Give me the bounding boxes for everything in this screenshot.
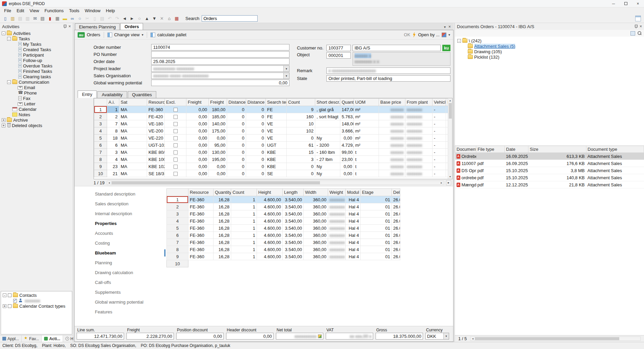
bluebeam-grid-row[interactable]: 4 FE-360 16,28 1 4.600,00 3.540,00 360,0… <box>167 218 400 225</box>
column-header[interactable]: Document type <box>586 146 644 153</box>
tree-item[interactable]: Phone <box>0 90 73 96</box>
highlighter-icon[interactable]: ▬ <box>61 15 68 22</box>
column-header[interactable]: Size <box>528 146 586 153</box>
sort-desc-icon[interactable]: ▼ <box>151 15 158 22</box>
tree-toggle-icon[interactable]: - <box>3 293 6 297</box>
menu-item[interactable]: Help <box>103 8 118 13</box>
save-icon[interactable]: ▤ <box>17 15 24 22</box>
total-value-field[interactable]: 12.471.730,00 ▾ <box>77 333 124 340</box>
home-icon[interactable]: ⌂ <box>166 15 173 22</box>
form-input[interactable]: ▾ <box>151 51 289 58</box>
column-header[interactable]: Weight <box>328 189 346 196</box>
hscrollbar-thumb[interactable] <box>475 337 619 340</box>
entry-tab[interactable]: Quantities <box>128 91 157 98</box>
cut-icon[interactable]: ✂ <box>84 15 91 22</box>
tree-item[interactable]: Calendar <box>0 106 73 112</box>
row-number-cell[interactable]: 7 <box>167 239 188 246</box>
column-header[interactable]: Count <box>287 99 315 106</box>
tree-item[interactable]: Letter <box>0 101 73 106</box>
scroll-right-button[interactable]: ► <box>439 181 444 185</box>
bluebeam-grid-row[interactable]: 8 FE-360 16,28 1 4.600,00 3.540,00 360,0… <box>167 246 400 253</box>
menu-item[interactable]: File <box>1 8 14 13</box>
section-nav-item[interactable]: Internal description <box>95 209 166 219</box>
scroll-left-button[interactable]: ◄ <box>470 337 475 341</box>
customer-badge[interactable]: ku <box>442 45 450 51</box>
tree-item[interactable]: Overdue Tasks <box>0 63 73 68</box>
entry-grid-row[interactable]: 8 4 MA KBE 100/40 0,00 195,00 0 0 KBE <box>94 156 453 163</box>
column-header[interactable]: Excl. <box>165 99 186 106</box>
tree-toggle-icon[interactable]: + <box>2 124 5 127</box>
horizontal-scrollbar[interactable]: ◄ ► <box>107 181 444 185</box>
row-number-cell[interactable]: 6 <box>94 142 107 149</box>
section-nav-item[interactable]: Sales description <box>95 199 166 209</box>
calculate-pallet-icon[interactable] <box>150 33 155 37</box>
cancel-icon[interactable]: ✕ <box>158 15 165 22</box>
entry-grid-row[interactable]: 1 1 MA FE-360 0,00 180,00 0 0 FE <box>94 106 453 113</box>
close-tab-icon[interactable]: × <box>448 25 451 29</box>
section-nav-item[interactable]: Standard description <box>95 189 166 199</box>
row-number-cell[interactable]: 9 <box>94 163 107 170</box>
bookmark-icon[interactable]: ▮ <box>46 15 54 22</box>
sort-asc-icon[interactable]: ▲ <box>143 15 150 22</box>
tree-toggle-icon[interactable]: - <box>457 39 461 43</box>
next-page-button[interactable]: ► <box>446 180 451 185</box>
entry-tab[interactable]: Entry <box>78 90 97 98</box>
bluebeam-grid-row[interactable]: 2 FE-360 16,28 1 4.600,00 3.540,00 360,0… <box>167 203 400 210</box>
calendar-icon[interactable]: ▦ <box>173 15 180 22</box>
state-field[interactable]: Order printed, Part-bill of loading <box>326 75 450 82</box>
entry-grid-row[interactable]: 2 2 MA FE-420 0,00 185,00 0 0 FE <box>94 113 453 120</box>
section-nav-item[interactable]: Features <box>95 307 166 317</box>
row-number-cell[interactable]: 4 <box>94 127 107 135</box>
document-row[interactable]: DS Opmåling 19 08 2025 pdf 15.10.2025 3,… <box>455 167 644 174</box>
minimize-button[interactable]: ─ <box>607 0 620 7</box>
entry-tab[interactable]: Availability <box>97 91 127 98</box>
form-input[interactable]: xxxxxxx xxxxx xxxxxxxxxxxx ▾ <box>151 73 289 79</box>
form-input[interactable]: 1100074 ▾ <box>151 44 289 50</box>
print-icon[interactable]: ▤ <box>39 15 46 22</box>
contact-tree-item[interactable]: - Contacts <box>1 292 72 298</box>
tree-item[interactable]: Fax <box>0 96 73 101</box>
exclusive-checkbox[interactable] <box>174 136 178 140</box>
exclusive-checkbox[interactable] <box>174 165 178 169</box>
left-panel-tab[interactable]: Acti... <box>42 335 63 342</box>
panel-toggle-icon[interactable] <box>635 16 641 21</box>
menu-item[interactable]: Window <box>82 8 103 13</box>
change-view-dropdown-icon[interactable]: ▾ <box>142 33 143 37</box>
tree-toggle-icon[interactable]: + <box>3 304 6 308</box>
row-number-cell[interactable]: 8 <box>94 156 107 163</box>
section-nav-item[interactable]: Supplements <box>95 287 166 297</box>
exclusive-checkbox[interactable] <box>174 143 178 147</box>
document-folder-item[interactable]: - \ (242) <box>456 38 643 43</box>
open-window-icon[interactable] <box>630 31 635 36</box>
column-header[interactable]: Freight <box>186 99 209 106</box>
scroll-up-button[interactable]: ▲ <box>448 98 452 103</box>
total-value-field[interactable]: 0,00 ▾ <box>176 333 224 340</box>
exclusive-checkbox[interactable] <box>174 122 178 126</box>
copy-icon[interactable]: ▯ <box>91 15 98 22</box>
open-by-button[interactable]: Open by ... <box>418 32 440 37</box>
contact-checkbox[interactable] <box>13 299 17 303</box>
dropdown-arrow-icon[interactable]: ▾ <box>443 333 449 339</box>
tree-toggle-icon[interactable]: - <box>7 37 11 41</box>
contact-checkbox[interactable] <box>8 304 12 308</box>
tree-item[interactable]: - Tasks <box>0 36 73 41</box>
document-row[interactable]: ordrebekræftelse Boligbeton pdf 15.10.20… <box>455 174 644 181</box>
total-value-field[interactable]: xxxxxxxxxx ▾ <box>276 333 323 340</box>
document-tab[interactable]: Orders <box>120 23 143 30</box>
column-header[interactable]: Document name <box>455 146 476 153</box>
zoom-icon[interactable]: ○ <box>76 15 83 22</box>
tab-list-icon[interactable]: ▾ <box>444 25 446 29</box>
section-nav-item[interactable]: Global warming potential <box>95 297 166 307</box>
tree-item[interactable]: Follow-up <box>0 58 73 63</box>
column-header[interactable]: Resource <box>188 189 214 196</box>
column-header[interactable]: A.i. <box>107 99 119 106</box>
redo-icon[interactable]: ↷ <box>114 15 121 22</box>
contact-checkbox[interactable] <box>8 293 12 297</box>
section-nav-item[interactable]: Call-offs <box>95 278 166 287</box>
open-by-icon[interactable] <box>442 33 446 37</box>
entry-grid-row[interactable]: 9 23 MA KBE 102/32 0,00 0,00 0 0 KBE <box>94 163 453 170</box>
tree-toggle-icon[interactable]: + <box>2 118 5 122</box>
document-folder-item[interactable]: Drawing (105) <box>456 49 643 54</box>
tree-item[interactable]: + Deleted objects <box>0 123 73 128</box>
column-header[interactable]: Resource <box>147 99 165 106</box>
